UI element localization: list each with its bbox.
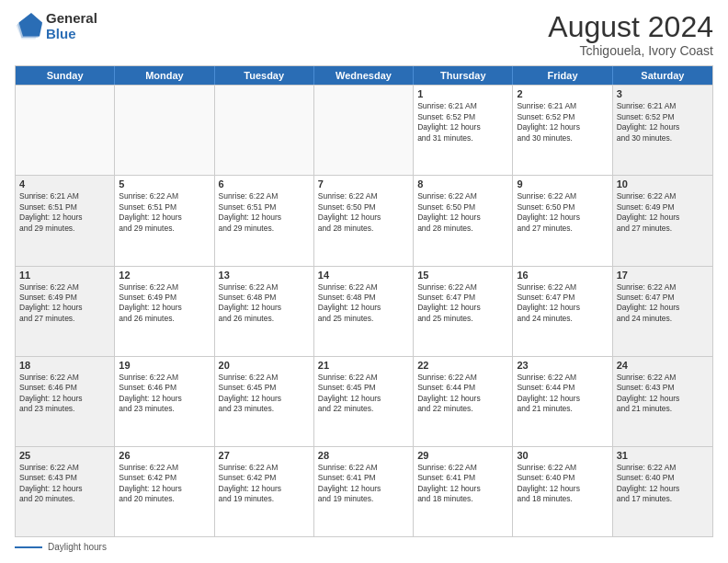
- day-21-info: Sunrise: 6:22 AM Sunset: 6:45 PM Dayligh…: [318, 373, 409, 415]
- day-number-16: 16: [517, 270, 608, 281]
- empty-cell-w1-d1: [16, 86, 115, 175]
- day-7-info: Sunrise: 6:22 AM Sunset: 6:50 PM Dayligh…: [318, 191, 409, 234]
- day-5-cell: 5Sunrise: 6:22 AM Sunset: 6:51 PM Daylig…: [115, 176, 214, 265]
- day-29-info: Sunrise: 6:22 AM Sunset: 6:41 PM Dayligh…: [417, 463, 508, 505]
- header-tuesday: Tuesday: [215, 66, 314, 85]
- svg-marker-2: [19, 13, 43, 37]
- day-number-12: 12: [119, 270, 210, 281]
- day-18-cell: 18Sunrise: 6:22 AM Sunset: 6:46 PM Dayli…: [16, 357, 115, 446]
- day-number-20: 20: [219, 360, 310, 371]
- day-4-cell: 4Sunrise: 6:21 AM Sunset: 6:51 PM Daylig…: [16, 176, 115, 265]
- header-sunday: Sunday: [16, 66, 115, 85]
- day-number-2: 2: [517, 88, 608, 99]
- day-19-info: Sunrise: 6:22 AM Sunset: 6:46 PM Dayligh…: [119, 373, 210, 415]
- day-30-cell: 30Sunrise: 6:22 AM Sunset: 6:40 PM Dayli…: [513, 447, 612, 536]
- calendar-body: 1Sunrise: 6:21 AM Sunset: 6:52 PM Daylig…: [16, 85, 712, 536]
- header-saturday: Saturday: [613, 66, 712, 85]
- day-25-info: Sunrise: 6:22 AM Sunset: 6:43 PM Dayligh…: [19, 463, 110, 505]
- day-number-8: 8: [417, 178, 508, 190]
- day-28-cell: 28Sunrise: 6:22 AM Sunset: 6:41 PM Dayli…: [314, 447, 414, 536]
- day-6-cell: 6Sunrise: 6:22 AM Sunset: 6:51 PM Daylig…: [215, 176, 314, 265]
- day-23-cell: 23Sunrise: 6:22 AM Sunset: 6:44 PM Dayli…: [513, 357, 612, 446]
- day-12-info: Sunrise: 6:22 AM Sunset: 6:49 PM Dayligh…: [119, 282, 210, 325]
- day-number-5: 5: [119, 178, 210, 190]
- day-16-cell: 16Sunrise: 6:22 AM Sunset: 6:47 PM Dayli…: [513, 267, 612, 356]
- day-number-11: 11: [19, 270, 110, 281]
- calendar: Sunday Monday Tuesday Wednesday Thursday…: [15, 65, 713, 537]
- logo-blue: Blue: [46, 27, 97, 42]
- daylight-label: Daylight hours: [48, 542, 107, 552]
- day-27-info: Sunrise: 6:22 AM Sunset: 6:42 PM Dayligh…: [219, 463, 310, 505]
- page: General Blue August 2024 Tchigouela, Ivo…: [0, 0, 728, 563]
- day-8-cell: 8Sunrise: 6:22 AM Sunset: 6:50 PM Daylig…: [414, 176, 513, 265]
- day-24-cell: 24Sunrise: 6:22 AM Sunset: 6:43 PM Dayli…: [613, 357, 712, 446]
- day-number-9: 9: [517, 178, 608, 190]
- day-number-17: 17: [617, 270, 709, 281]
- week-1: 1Sunrise: 6:21 AM Sunset: 6:52 PM Daylig…: [16, 85, 712, 175]
- footer: Daylight hours: [15, 542, 713, 552]
- day-number-29: 29: [417, 450, 508, 461]
- day-number-1: 1: [417, 88, 508, 99]
- day-number-24: 24: [617, 360, 709, 371]
- day-23-info: Sunrise: 6:22 AM Sunset: 6:44 PM Dayligh…: [517, 373, 608, 415]
- day-number-4: 4: [19, 178, 110, 190]
- day-number-23: 23: [517, 360, 608, 371]
- day-29-cell: 29Sunrise: 6:22 AM Sunset: 6:41 PM Dayli…: [414, 447, 513, 536]
- day-11-info: Sunrise: 6:22 AM Sunset: 6:49 PM Dayligh…: [19, 282, 110, 325]
- title-block: August 2024 Tchigouela, Ivory Coast: [548, 11, 713, 58]
- day-number-22: 22: [417, 360, 508, 371]
- header-friday: Friday: [513, 66, 612, 85]
- day-1-info: Sunrise: 6:21 AM Sunset: 6:52 PM Dayligh…: [417, 101, 508, 144]
- day-24-info: Sunrise: 6:22 AM Sunset: 6:43 PM Dayligh…: [617, 373, 709, 415]
- day-10-cell: 10Sunrise: 6:22 AM Sunset: 6:49 PM Dayli…: [613, 176, 712, 265]
- day-21-cell: 21Sunrise: 6:22 AM Sunset: 6:45 PM Dayli…: [314, 357, 414, 446]
- day-9-info: Sunrise: 6:22 AM Sunset: 6:50 PM Dayligh…: [517, 191, 608, 234]
- day-number-6: 6: [219, 178, 310, 190]
- week-4: 18Sunrise: 6:22 AM Sunset: 6:46 PM Dayli…: [16, 356, 712, 446]
- header-thursday: Thursday: [414, 66, 513, 85]
- day-14-cell: 14Sunrise: 6:22 AM Sunset: 6:48 PM Dayli…: [314, 267, 414, 356]
- day-number-3: 3: [617, 88, 709, 99]
- day-7-cell: 7Sunrise: 6:22 AM Sunset: 6:50 PM Daylig…: [314, 176, 414, 265]
- day-12-cell: 12Sunrise: 6:22 AM Sunset: 6:49 PM Dayli…: [115, 267, 214, 356]
- day-6-info: Sunrise: 6:22 AM Sunset: 6:51 PM Dayligh…: [219, 191, 310, 234]
- empty-cell-w1-d4: [314, 86, 414, 175]
- empty-cell-w1-d3: [215, 86, 314, 175]
- day-number-18: 18: [19, 360, 110, 371]
- day-number-19: 19: [119, 360, 210, 371]
- day-31-info: Sunrise: 6:22 AM Sunset: 6:40 PM Dayligh…: [617, 463, 709, 505]
- day-9-cell: 9Sunrise: 6:22 AM Sunset: 6:50 PM Daylig…: [513, 176, 612, 265]
- day-17-cell: 17Sunrise: 6:22 AM Sunset: 6:47 PM Dayli…: [613, 267, 712, 356]
- day-13-info: Sunrise: 6:22 AM Sunset: 6:48 PM Dayligh…: [219, 282, 310, 325]
- week-5: 25Sunrise: 6:22 AM Sunset: 6:43 PM Dayli…: [16, 446, 712, 536]
- day-number-15: 15: [417, 270, 508, 281]
- day-number-27: 27: [219, 450, 310, 461]
- day-number-7: 7: [318, 178, 409, 190]
- day-number-10: 10: [617, 178, 709, 190]
- day-number-13: 13: [219, 270, 310, 281]
- day-27-cell: 27Sunrise: 6:22 AM Sunset: 6:42 PM Dayli…: [215, 447, 314, 536]
- day-3-info: Sunrise: 6:21 AM Sunset: 6:52 PM Dayligh…: [617, 101, 709, 144]
- day-18-info: Sunrise: 6:22 AM Sunset: 6:46 PM Dayligh…: [19, 373, 110, 415]
- day-26-cell: 26Sunrise: 6:22 AM Sunset: 6:42 PM Dayli…: [115, 447, 214, 536]
- header-wednesday: Wednesday: [314, 66, 414, 85]
- header-monday: Monday: [115, 66, 214, 85]
- main-title: August 2024: [548, 11, 713, 43]
- day-22-info: Sunrise: 6:22 AM Sunset: 6:44 PM Dayligh…: [417, 373, 508, 415]
- day-2-cell: 2Sunrise: 6:21 AM Sunset: 6:52 PM Daylig…: [513, 86, 612, 175]
- logo-text: General Blue: [46, 11, 97, 41]
- day-31-cell: 31Sunrise: 6:22 AM Sunset: 6:40 PM Dayli…: [613, 447, 712, 536]
- calendar-header-row: Sunday Monday Tuesday Wednesday Thursday…: [16, 66, 712, 85]
- header: General Blue August 2024 Tchigouela, Ivo…: [15, 11, 713, 58]
- day-20-cell: 20Sunrise: 6:22 AM Sunset: 6:45 PM Dayli…: [215, 357, 314, 446]
- day-30-info: Sunrise: 6:22 AM Sunset: 6:40 PM Dayligh…: [517, 463, 608, 505]
- day-20-info: Sunrise: 6:22 AM Sunset: 6:45 PM Dayligh…: [219, 373, 310, 415]
- day-26-info: Sunrise: 6:22 AM Sunset: 6:42 PM Dayligh…: [119, 463, 210, 505]
- day-16-info: Sunrise: 6:22 AM Sunset: 6:47 PM Dayligh…: [517, 282, 608, 325]
- day-25-cell: 25Sunrise: 6:22 AM Sunset: 6:43 PM Dayli…: [16, 447, 115, 536]
- logo-icon: [15, 13, 42, 40]
- day-11-cell: 11Sunrise: 6:22 AM Sunset: 6:49 PM Dayli…: [16, 267, 115, 356]
- footer-line-icon: [15, 546, 42, 548]
- day-5-info: Sunrise: 6:22 AM Sunset: 6:51 PM Dayligh…: [119, 191, 210, 234]
- day-15-cell: 15Sunrise: 6:22 AM Sunset: 6:47 PM Dayli…: [414, 267, 513, 356]
